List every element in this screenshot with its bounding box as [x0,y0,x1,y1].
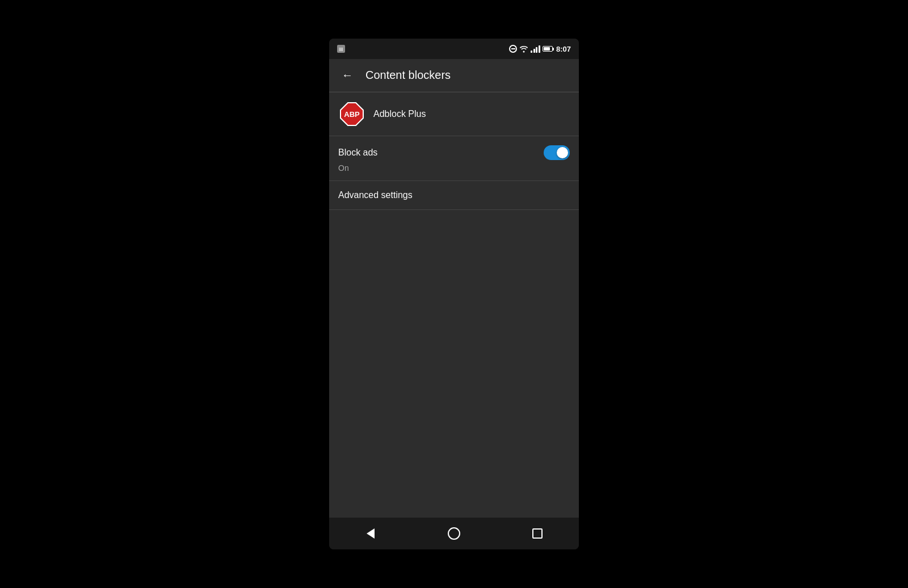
advanced-settings-row[interactable]: Advanced settings [329,181,579,209]
app-name: Adblock Plus [373,109,426,119]
status-right: 8:07 [509,45,571,53]
nav-recents-button[interactable] [520,522,554,545]
toggle-thumb [557,147,568,158]
nav-back-icon [367,528,375,539]
abp-logo-icon: ABP [338,100,365,128]
app-icon: ABP [338,100,365,128]
toolbar: ← Content blockers [329,59,579,92]
nav-recents-icon [532,528,543,539]
status-left: ▤ [337,45,345,53]
nav-home-button[interactable] [437,522,471,545]
status-time: 8:07 [556,45,571,53]
settings-section: Block ads On [329,136,579,180]
block-ads-toggle[interactable] [544,145,570,160]
svg-text:ABP: ABP [344,110,360,119]
wifi-icon [519,45,528,53]
block-ads-sublabel: On [329,162,579,180]
dnd-icon [509,45,517,53]
advanced-settings-label: Advanced settings [338,190,413,200]
signal-icon [531,45,540,53]
device-frame: ▤ [329,39,579,549]
block-ads-label: Block ads [338,148,377,158]
nav-back-button[interactable] [354,522,388,545]
status-bar: ▤ [329,39,579,59]
battery-icon [543,46,554,52]
empty-area [329,210,579,518]
image-icon: ▤ [337,45,345,53]
app-item: ABP Adblock Plus [329,93,579,136]
nav-bar [329,518,579,549]
toolbar-title: Content blockers [365,69,451,82]
block-ads-row: Block ads [329,136,579,162]
screen-content: ← Content blockers ABP Adblock Plus [329,59,579,518]
back-arrow-icon: ← [342,69,353,82]
nav-home-icon [448,527,460,540]
back-button[interactable]: ← [338,66,356,85]
